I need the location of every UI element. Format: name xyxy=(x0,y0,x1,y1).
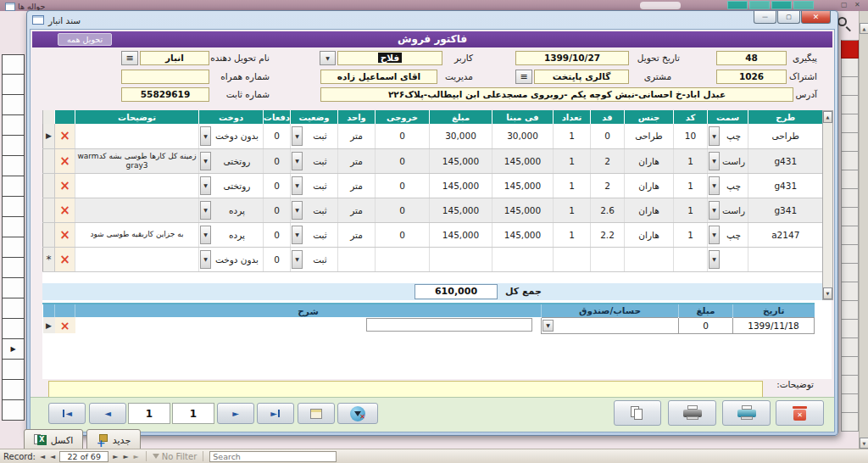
total-field[interactable]: 610,000 xyxy=(415,284,498,299)
chevron-down-icon[interactable]: ▼ xyxy=(200,176,211,195)
cell[interactable]: 0 xyxy=(264,173,291,198)
customer-field[interactable]: گالری پایتخت xyxy=(534,70,629,84)
cell[interactable]: 1 xyxy=(554,222,591,247)
payment-amount-cell[interactable]: 0 xyxy=(679,317,733,333)
cell-notes[interactable]: زمینه کل کارها طوسی بشه کدwarm gray3 xyxy=(75,148,199,173)
cell-combo[interactable]: ▼پرده xyxy=(199,222,264,247)
no-filter-indicator[interactable]: No Filter xyxy=(153,452,198,461)
cell[interactable]: 1 xyxy=(554,198,591,222)
cell-notes[interactable] xyxy=(75,247,199,271)
chevron-down-icon[interactable]: ▼ xyxy=(292,250,303,269)
scroll-down-icon[interactable]: ▼ xyxy=(860,438,868,449)
chevron-down-icon[interactable]: ▼ xyxy=(292,201,303,220)
cell[interactable]: 145,000 xyxy=(492,173,554,198)
cell[interactable] xyxy=(748,247,823,271)
cell[interactable]: 30,000 xyxy=(430,124,492,148)
cell[interactable]: 10 xyxy=(674,124,708,148)
chevron-down-icon[interactable]: ▼ xyxy=(709,226,720,244)
cell[interactable]: 1 xyxy=(554,173,591,198)
phone-field[interactable]: 55829619 xyxy=(121,87,209,102)
last-record-icon[interactable]: ► xyxy=(122,453,129,460)
peygiri-field[interactable]: 48 xyxy=(716,51,787,65)
cell[interactable]: 2 xyxy=(591,148,625,173)
delete-row-icon[interactable]: × xyxy=(55,198,75,222)
record-count-box[interactable]: 1 xyxy=(172,403,214,424)
cell[interactable]: متر xyxy=(338,148,376,173)
cell-combo[interactable]: ▼ثبت xyxy=(291,222,338,247)
chevron-down-icon[interactable]: ▼ xyxy=(200,126,211,146)
delete-row-icon[interactable]: × xyxy=(55,148,75,173)
delete-row-icon[interactable]: × xyxy=(55,173,75,198)
cell[interactable] xyxy=(674,247,708,271)
cell[interactable]: متر xyxy=(338,124,376,148)
delivery-date-field[interactable]: 1399/10/27 xyxy=(515,51,629,65)
delete-row-icon[interactable]: × xyxy=(55,222,75,247)
cell[interactable]: 0 xyxy=(376,198,430,222)
print-button[interactable] xyxy=(668,400,716,426)
chevron-down-icon[interactable]: ▼ xyxy=(292,152,303,170)
cell[interactable]: g341 xyxy=(748,198,823,222)
cell[interactable]: طراحی xyxy=(625,124,674,148)
chevron-down-icon[interactable]: ▼ xyxy=(709,126,720,146)
cell[interactable]: 0 xyxy=(264,124,291,148)
cell[interactable] xyxy=(376,247,430,271)
items-scrollbar[interactable]: ▲ ▼ xyxy=(822,110,833,300)
cell-combo[interactable]: ▼راست xyxy=(708,148,748,173)
cell-combo[interactable]: ▼ xyxy=(708,247,748,271)
chevron-down-icon[interactable]: ▼ xyxy=(709,250,720,269)
next-record-icon[interactable]: ► xyxy=(112,453,119,460)
window-titlebar[interactable]: سند انبار — ▢ ✕ xyxy=(27,11,837,29)
print-preview-button[interactable] xyxy=(722,400,771,426)
cell-combo[interactable]: ▼ثبت xyxy=(291,148,338,173)
cell[interactable]: 1 xyxy=(674,148,708,173)
cell[interactable]: g431 xyxy=(748,173,823,198)
delete-row-icon[interactable]: × xyxy=(55,317,75,333)
chevron-down-icon[interactable]: ▼ xyxy=(200,201,211,220)
cell[interactable]: 0 xyxy=(264,247,291,271)
cell-combo[interactable]: ▼ثبت xyxy=(291,124,338,148)
close-button[interactable]: ✕ xyxy=(801,11,831,24)
delete-invoice-button[interactable]: ✕ xyxy=(776,400,824,426)
management-field[interactable]: اقای اسماعیل زاده xyxy=(320,70,437,84)
user-field[interactable]: فلاح xyxy=(337,51,442,65)
cell[interactable]: طراحی xyxy=(748,124,823,148)
cell-combo[interactable]: ▼ثبت xyxy=(291,247,338,271)
chevron-down-icon[interactable]: ▼ xyxy=(709,201,720,220)
scroll-up-icon[interactable]: ▲ xyxy=(860,23,868,34)
cell[interactable]: 1 xyxy=(674,173,708,198)
chevron-down-icon[interactable]: ▼ xyxy=(542,320,554,332)
cell[interactable] xyxy=(625,247,674,271)
deliverer-field[interactable]: انبار xyxy=(140,51,209,65)
cell[interactable] xyxy=(492,247,554,271)
cell[interactable]: 0 xyxy=(376,173,430,198)
cell[interactable]: 145,000 xyxy=(492,148,554,173)
maximize-button[interactable]: ▢ xyxy=(777,11,800,24)
payment-account-cell[interactable]: ▼ xyxy=(542,317,679,333)
record-number-box[interactable]: 1 xyxy=(128,403,170,424)
cell[interactable]: 145,000 xyxy=(492,198,554,222)
cell[interactable] xyxy=(430,247,492,271)
record-selector[interactable] xyxy=(43,198,55,222)
description-input[interactable] xyxy=(366,318,532,332)
scroll-up-icon[interactable]: ▲ xyxy=(823,111,832,123)
cell[interactable]: a2147 xyxy=(748,222,823,247)
cell-combo[interactable]: ▼بدون دوخت xyxy=(199,247,264,271)
new-record-button[interactable] xyxy=(298,403,335,424)
chevron-down-icon[interactable]: ▼ xyxy=(200,250,211,269)
address-field[interactable]: عبدل اباد-خ احسانی-نبش کوچه یکم -روبروی … xyxy=(320,87,793,102)
chevron-down-icon[interactable]: ▼ xyxy=(200,226,211,244)
cell[interactable]: 2.6 xyxy=(591,198,625,222)
record-selector[interactable]: ▶ xyxy=(43,317,55,333)
chevron-down-icon[interactable]: ▼ xyxy=(292,176,303,195)
cell[interactable]: 30,000 xyxy=(492,124,554,148)
cell-combo[interactable]: ▼بدون دوخت xyxy=(199,124,264,148)
chevron-down-icon[interactable]: ▼ xyxy=(292,226,303,244)
scroll-down-icon[interactable]: ▼ xyxy=(823,287,832,299)
cell-notes[interactable] xyxy=(75,173,199,198)
cell[interactable]: متر xyxy=(338,198,376,222)
cell-notes[interactable] xyxy=(75,198,199,222)
cell[interactable]: 2.2 xyxy=(591,222,625,247)
vertical-scrollbar[interactable]: ▲ ▼ xyxy=(859,11,868,463)
cell[interactable]: 145,000 xyxy=(430,148,492,173)
cell[interactable]: متر xyxy=(338,222,376,247)
